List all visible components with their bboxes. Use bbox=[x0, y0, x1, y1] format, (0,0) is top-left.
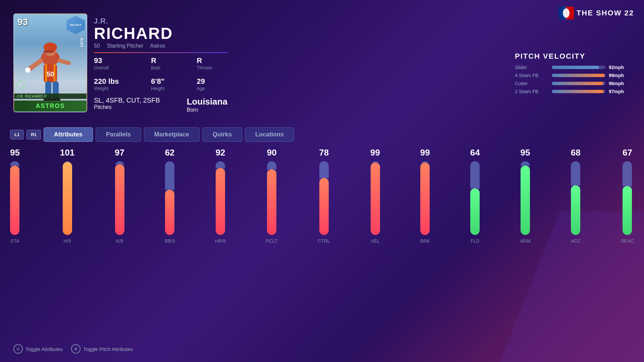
attr-label-reac: REAC bbox=[621, 238, 634, 244]
attr-bar-hr9 bbox=[216, 161, 225, 235]
attr-label-pclt: PCLT bbox=[266, 238, 278, 244]
pitch-bar-3 bbox=[552, 90, 605, 93]
attr-arm: 95 ARM bbox=[520, 147, 530, 244]
attr-bar-h9 bbox=[63, 161, 72, 235]
player-subinfo: 50 Starting Pitcher Astros bbox=[94, 43, 227, 49]
attr-bar-reac bbox=[623, 161, 632, 235]
tabs-container: AttributesParallelsMarketplaceQuirksLoca… bbox=[44, 127, 294, 142]
player-lastname: RICHARD bbox=[94, 25, 227, 42]
tab-attributes[interactable]: Attributes bbox=[44, 127, 93, 142]
born-label: Born bbox=[187, 107, 227, 113]
stat-weight: 220 lbs Weight bbox=[94, 77, 134, 91]
attr-label-vel: VEL bbox=[371, 238, 379, 244]
pitch-bar-0 bbox=[552, 66, 605, 69]
attr-pclt: 90 PCLT bbox=[266, 147, 278, 244]
pitch-row-2: Cutter 96mph bbox=[515, 81, 624, 86]
r1-button[interactable]: R1 bbox=[26, 130, 41, 139]
weight-label: Weight bbox=[94, 86, 134, 91]
svg-point-6 bbox=[44, 43, 57, 52]
throws-value: R bbox=[197, 56, 227, 65]
nav-tabs: L1 R1 AttributesParallelsMarketplaceQuir… bbox=[10, 127, 294, 142]
card-year: 1979 bbox=[80, 38, 84, 47]
stat-born: Louisiana Born bbox=[187, 97, 227, 113]
attr-fld: 64 FLD bbox=[470, 147, 480, 244]
toggle-attrs-control: ⊙ Toggle Attributes bbox=[13, 344, 63, 354]
pitches-label: Pitches bbox=[94, 104, 160, 110]
attr-h9: 101 H/9 bbox=[60, 147, 74, 244]
card-badge-text: 2ND HALF bbox=[70, 24, 82, 26]
info-divider bbox=[94, 52, 227, 53]
attr-bar-bb9 bbox=[165, 161, 174, 235]
extra-stats-row: SL, 4SFB, CUT, 2SFB Pitches Louisiana Bo… bbox=[94, 97, 227, 113]
pitch-speed-3: 97mph bbox=[609, 89, 624, 94]
pitch-speed-1: 99mph bbox=[609, 73, 624, 78]
attr-bar-brk bbox=[420, 161, 430, 235]
pitch-name-2: Cutter bbox=[515, 81, 548, 86]
attr-value-reac: 67 bbox=[623, 147, 632, 158]
tab-quirks[interactable]: Quirks bbox=[202, 127, 242, 142]
pitch-bar-2 bbox=[552, 82, 605, 85]
svg-line-10 bbox=[60, 61, 69, 63]
attr-bb9: 62 BB/9 bbox=[165, 147, 175, 244]
throws-label: Throws bbox=[197, 65, 227, 70]
pitch-velocity-title: PITCH VELOCITY bbox=[515, 52, 624, 61]
svg-point-9 bbox=[25, 67, 31, 73]
stat-height: 6'8" Height bbox=[151, 77, 180, 91]
attr-value-brk: 99 bbox=[420, 147, 430, 158]
attr-value-bb9: 62 bbox=[165, 147, 175, 158]
attr-bar-acc bbox=[571, 161, 580, 235]
attr-bar-sta bbox=[10, 161, 19, 235]
attr-value-arm: 95 bbox=[521, 147, 530, 158]
stat-age: 29 Age bbox=[197, 77, 227, 91]
player-info: J.R. RICHARD 50 Starting Pitcher Astros … bbox=[94, 17, 227, 113]
stat-throws: R Throws bbox=[197, 56, 227, 70]
player-card: 93 2ND HALF 1979 bbox=[13, 13, 87, 112]
card-player-name: J.R. RICHARD P bbox=[17, 94, 47, 98]
card-icon: ☺ bbox=[17, 81, 25, 89]
age-label: Age bbox=[197, 86, 227, 91]
bottom-controls: ⊙ Toggle Attributes ⊛ Toggle Pitch Attri… bbox=[13, 344, 133, 354]
attr-bar-ctrl bbox=[319, 161, 329, 235]
toggle-pitch-label: Toggle Pitch Attributes bbox=[83, 346, 133, 352]
mlb-icon bbox=[559, 7, 574, 19]
tab-parallels[interactable]: Parallels bbox=[96, 127, 141, 142]
pitch-name-3: 2 Seam FB bbox=[515, 89, 548, 94]
attr-k9: 97 K/9 bbox=[115, 147, 124, 244]
attr-reac: 67 REAC bbox=[621, 147, 634, 244]
tab-marketplace[interactable]: Marketplace bbox=[144, 127, 200, 142]
pitch-row-1: 4 Seam FB 99mph bbox=[515, 73, 624, 78]
attr-brk: 99 BRK bbox=[420, 147, 430, 244]
pitch-speed-2: 96mph bbox=[609, 81, 624, 86]
l1-button[interactable]: L1 bbox=[10, 130, 24, 139]
mlb-logo: THE SHOW 22 bbox=[559, 7, 634, 19]
svg-point-3 bbox=[563, 8, 570, 18]
born-value: Louisiana bbox=[187, 97, 227, 107]
player-position: Starting Pitcher bbox=[107, 43, 143, 49]
attr-label-hr9: HR/9 bbox=[215, 238, 226, 244]
toggle-pitch-control: ⊛ Toggle Pitch Attributes bbox=[71, 344, 133, 354]
attr-value-pclt: 90 bbox=[267, 147, 277, 158]
attributes-section: 95 STA 101 H/9 97 K/9 62 BB/9 92 bbox=[10, 147, 634, 264]
player-number: 50 bbox=[94, 43, 100, 49]
toggle-attrs-label: Toggle Attributes bbox=[25, 346, 63, 352]
attr-label-h9: H/9 bbox=[64, 238, 71, 244]
game-title: THE SHOW 22 bbox=[577, 9, 634, 17]
pitch-rows: Slider 92mph 4 Seam FB 99mph Cutter 96mp… bbox=[515, 65, 624, 94]
height-label: Height bbox=[151, 86, 180, 91]
svg-rect-7 bbox=[44, 51, 54, 53]
attr-bar-k9 bbox=[115, 161, 124, 235]
attr-value-ctrl: 78 bbox=[319, 147, 329, 158]
toggle-pitch-icon: ⊛ bbox=[71, 344, 80, 354]
tab-locations[interactable]: Locations bbox=[245, 127, 294, 142]
attr-ctrl: 78 CTRL bbox=[318, 147, 330, 244]
attr-vel: 99 VEL bbox=[370, 147, 380, 244]
player-card-section: 93 2ND HALF 1979 bbox=[13, 13, 87, 112]
age-value: 29 bbox=[197, 77, 227, 86]
card-team-bar: ASTROS bbox=[14, 101, 87, 112]
svg-line-8 bbox=[29, 61, 41, 70]
card-team-name: ASTROS bbox=[36, 103, 65, 109]
pitch-name-1: 4 Seam FB bbox=[515, 73, 548, 78]
attr-label-arm: ARM bbox=[520, 238, 530, 244]
attr-bar-fld bbox=[470, 161, 480, 235]
attr-value-hr9: 92 bbox=[216, 147, 225, 158]
